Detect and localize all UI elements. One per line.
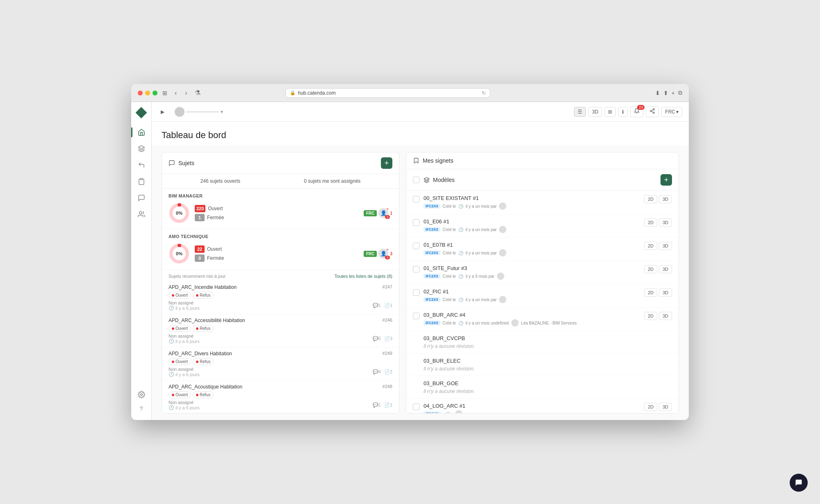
tag-label: Ouvert (175, 393, 188, 397)
model-3d-button-0[interactable]: 3D (659, 195, 672, 203)
model-meta-2: IFC2X3 Créé le 🕐 il y a un mois par (424, 249, 640, 257)
sidebar-item-docs[interactable] (134, 174, 149, 189)
model-2d-button-0[interactable]: 2D (644, 195, 657, 203)
model-actions-1: 2D 3D (644, 218, 672, 227)
url-text: hub.catenda.com (298, 90, 336, 96)
model-item-1[interactable]: 01_E06 #1 IFC2X3 Créé le 🕐 il y a un moi… (406, 214, 679, 238)
model-item-6[interactable]: 03_BUR_CVCPB Il n'y a aucune révision. (406, 331, 679, 354)
subject-assignee-1: Non assigné (169, 334, 200, 338)
model-2d-button-4[interactable]: 2D (644, 288, 657, 297)
tabs-icon[interactable]: ⧉ (678, 89, 682, 96)
help-button[interactable]: ? (137, 404, 146, 413)
models-title: Modèles (424, 177, 656, 183)
chat-button[interactable] (790, 474, 808, 492)
model-checkbox-3[interactable] (413, 266, 419, 272)
view-table-button[interactable]: ⊞ (604, 107, 616, 117)
view-list-button[interactable]: ☰ (574, 107, 586, 117)
notification-button[interactable]: 23 (630, 106, 643, 117)
model-meta-3: IFC2X3 Créé le 🕐 il y a 9 mois par (424, 272, 640, 280)
home-icon (138, 129, 145, 136)
no-revision-7: Il n'y a aucune révision. (424, 366, 672, 372)
model-2d-button-1[interactable]: 2D (644, 218, 657, 227)
model-checkbox-1[interactable] (413, 219, 419, 226)
sidebar-item-members[interactable] (134, 207, 149, 222)
share-button[interactable] (646, 106, 659, 117)
signets-header: Mes signets (406, 152, 679, 169)
sidebar-item-models[interactable] (134, 141, 149, 156)
minimize-button[interactable] (145, 91, 150, 95)
subject-item-3[interactable]: APD_ARC_Acoustique Habitation #248 Ouver… (162, 381, 399, 413)
bim-manager-section: BIM MANAGER 0% 220 (162, 188, 399, 229)
close-button[interactable] (138, 91, 143, 95)
users-icon (138, 211, 145, 218)
model-2d-button-2[interactable]: 2D (644, 242, 657, 250)
sidebar-toggle[interactable]: ⊞ (162, 90, 167, 96)
file-count-0: 📄1 (384, 303, 392, 308)
sidebar-item-settings[interactable] (134, 387, 149, 402)
model-item-0[interactable]: 00_SITE EXISTANT #1 IFC2X3 Créé le 🕐 il … (406, 191, 679, 214)
view-3d-button[interactable]: 3D (588, 107, 602, 117)
share-icon[interactable]: ⬆ (663, 90, 668, 96)
model-3d-button-2[interactable]: 3D (659, 242, 672, 250)
comment-count-3: 💬1 (373, 402, 381, 408)
model-3d-button-1[interactable]: 3D (659, 218, 672, 227)
model-3d-button-5[interactable]: 3D (659, 312, 672, 320)
address-bar[interactable]: 🔒 hub.catenda.com ↻ (285, 88, 490, 98)
model-name-7: 03_BUR_ELEC (424, 358, 672, 364)
box-icon (138, 145, 145, 152)
model-item-7[interactable]: 03_BUR_ELEC Il n'y a aucune révision. (406, 354, 679, 376)
model-3d-button-4[interactable]: 3D (659, 288, 672, 297)
bim-x-count: 1 (390, 211, 392, 216)
models-header: Modèles + (406, 169, 679, 191)
model-item-4[interactable]: 02_PIC #1 IFC2X3 Créé le 🕐 il y a un moi… (406, 284, 679, 308)
back-button[interactable]: ‹ (172, 89, 179, 98)
content-area: Sujets + 246 sujets ouverts 0 sujets me … (152, 145, 689, 420)
ifc-badge-4: IFC2X3 (424, 297, 440, 302)
model-item-3[interactable]: 01_SITE_Futur #3 IFC2X3 Créé le 🕐 il y a… (406, 261, 679, 284)
refresh-icon[interactable]: ↻ (482, 90, 486, 96)
download-icon[interactable]: ⬇ (655, 90, 660, 96)
model-info-9: 04_LOG_ARC #1 IFC2X3 🕐 (424, 403, 640, 413)
model-3d-button-3[interactable]: 3D (659, 265, 672, 273)
model-item-8[interactable]: 03_BUR_GOE Il n'y a aucune révision. (406, 376, 679, 399)
model-2d-button-5[interactable]: 2D (644, 312, 657, 320)
model-checkbox-9[interactable] (413, 404, 419, 410)
model-item-2[interactable]: 01_E07B #1 IFC2X3 Créé le 🕐 il y a un mo… (406, 238, 679, 261)
comment-count-1: 💬5 (373, 336, 381, 341)
add-model-button[interactable]: + (661, 174, 672, 186)
subject-item-2[interactable]: APD_ARC_Divers Habitation #249 Ouvert Re… (162, 347, 399, 381)
model-checkbox-4[interactable] (413, 289, 419, 296)
models-select-all[interactable] (413, 177, 419, 183)
sidebar-item-home[interactable] (134, 125, 149, 140)
forward-button[interactable]: › (182, 89, 189, 98)
model-item-9[interactable]: 04_LOG_ARC #1 IFC2X3 🕐 2D 3D (406, 399, 679, 413)
model-checkbox-2[interactable] (413, 243, 419, 249)
play-button[interactable]: ▶ (158, 108, 166, 116)
model-checkbox-5[interactable] (413, 313, 419, 319)
all-link[interactable]: Toutes les listes de sujets (8) (335, 274, 392, 279)
sidebar-item-chat[interactable] (134, 191, 149, 205)
model-meta-4: IFC2X3 Créé le 🕐 il y a un mois par (424, 296, 640, 303)
project-avatar (175, 107, 184, 117)
model-name-2: 01_E07B #1 (424, 242, 640, 248)
clock-icon-1: 🕐 (458, 227, 463, 232)
model-item-5[interactable]: 03_BUR_ARC #4 IFC2X3 Créé le 🕐 il y a un… (406, 308, 679, 331)
bim-team-badges: FRC 👤 0 ✕ 1 (364, 208, 392, 218)
model-2d-button-9[interactable]: 2D (644, 403, 657, 411)
amo-open-label: Ouvert (207, 246, 222, 252)
subject-item-1[interactable]: APD_ARC_Accessibilité Habitation #246 Ou… (162, 314, 399, 347)
add-sujet-button[interactable]: + (381, 157, 392, 169)
subject-assignee-3: Non assigné (169, 400, 200, 405)
maximize-button[interactable] (153, 91, 157, 95)
subject-meta-2: Non assigné 🕐 il y a 6 jours 💬4 📄2 (169, 367, 392, 377)
view-info-button[interactable]: ℹ (618, 107, 628, 117)
model-info-1: 01_E06 #1 IFC2X3 Créé le 🕐 il y a un moi… (424, 218, 640, 233)
model-2d-button-3[interactable]: 2D (644, 265, 657, 273)
model-3d-button-9[interactable]: 3D (659, 403, 672, 411)
subject-item-0[interactable]: APD_ARC_Incendie Habitation #247 Ouvert … (162, 281, 399, 314)
plus-icon[interactable]: + (672, 90, 675, 96)
model-checkbox-0[interactable] (413, 196, 419, 202)
language-button[interactable]: FRC ▾ (661, 107, 682, 117)
sidebar-item-issues[interactable] (134, 158, 149, 173)
message-icon (138, 194, 145, 202)
